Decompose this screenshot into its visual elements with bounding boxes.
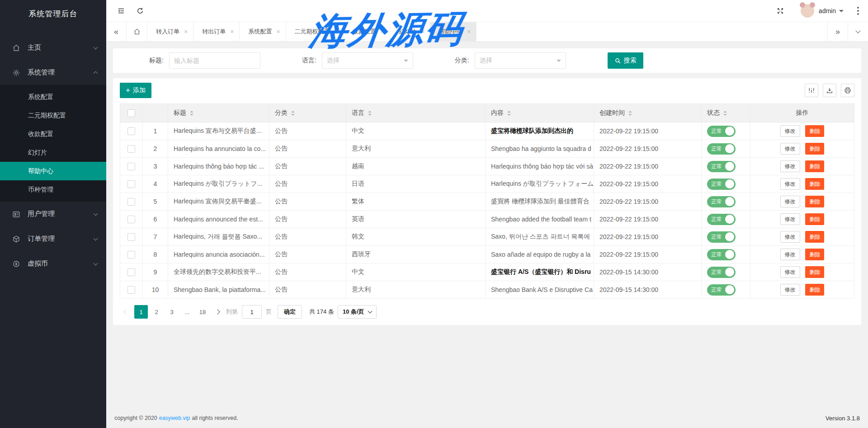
category-select[interactable]: 选择	[475, 52, 566, 69]
row-checkbox[interactable]	[127, 127, 135, 135]
row-checkbox[interactable]	[127, 198, 135, 206]
easyweb-link[interactable]: easyweb.vip	[159, 415, 190, 421]
export-icon[interactable]	[823, 84, 836, 97]
edit-button[interactable]: 修改	[780, 143, 800, 155]
delete-button[interactable]: 删除	[805, 284, 824, 296]
close-icon[interactable]: ×	[230, 28, 234, 35]
delete-button[interactable]: 删除	[805, 231, 824, 243]
delete-button[interactable]: 删除	[805, 266, 824, 278]
close-icon[interactable]: ×	[184, 28, 188, 35]
sort-icon[interactable]	[507, 109, 511, 118]
add-button[interactable]: + 添加	[120, 83, 151, 98]
page-number[interactable]: ...	[180, 305, 194, 319]
row-checkbox[interactable]	[127, 180, 135, 188]
sidebar-subitem[interactable]: 幻灯片	[0, 143, 106, 162]
per-page-select[interactable]: 10 条/页	[338, 305, 377, 319]
sort-icon[interactable]	[190, 109, 193, 118]
page-number[interactable]: 1	[134, 305, 148, 319]
row-checkbox[interactable]	[127, 163, 135, 170]
row-checkbox[interactable]	[127, 216, 135, 223]
sidebar-item-orders[interactable]: 订单管理	[0, 226, 106, 251]
tab[interactable]: 帮助中心 ×	[430, 22, 476, 41]
tab-home[interactable]	[127, 22, 147, 41]
close-icon[interactable]: ×	[276, 28, 280, 35]
delete-button[interactable]: 删除	[805, 196, 824, 207]
delete-button[interactable]: 删除	[805, 160, 824, 172]
confirm-button[interactable]: 确定	[278, 305, 302, 319]
username[interactable]: admin	[819, 7, 836, 14]
status-toggle[interactable]: 正常	[707, 249, 736, 260]
status-toggle[interactable]: 正常	[707, 231, 736, 243]
tab[interactable]: 幻灯片 ×	[390, 22, 430, 41]
next-page-icon[interactable]	[211, 305, 224, 319]
edit-button[interactable]: 修改	[780, 266, 800, 278]
sidebar-subitem[interactable]: 帮助中心	[0, 162, 106, 180]
sidebar-subitem[interactable]: 系统配置	[0, 88, 106, 106]
edit-button[interactable]: 修改	[780, 178, 800, 190]
sidebar-subitem[interactable]: 收款配置	[0, 125, 106, 143]
sidebar-subitem[interactable]: 二元期权配置	[0, 106, 106, 125]
edit-button[interactable]: 修改	[780, 284, 800, 296]
tab[interactable]: 转入订单 ×	[147, 22, 193, 41]
status-toggle[interactable]: 正常	[707, 284, 736, 296]
row-checkbox[interactable]	[127, 251, 135, 259]
row-checkbox[interactable]	[127, 268, 135, 276]
tabs-scroll-right-icon[interactable]: »	[827, 22, 848, 41]
sort-icon[interactable]	[723, 109, 727, 118]
delete-button[interactable]: 删除	[805, 213, 824, 225]
sidebar-item-system[interactable]: 系统管理	[0, 60, 106, 85]
edit-button[interactable]: 修改	[780, 125, 800, 137]
sort-icon[interactable]	[291, 109, 295, 118]
tab[interactable]: 系统配置 ×	[240, 22, 286, 41]
tabs-scroll-left-icon[interactable]: «	[106, 22, 127, 41]
sort-icon[interactable]	[368, 109, 372, 118]
tab[interactable]: 收款配置 ×	[344, 22, 390, 41]
status-toggle[interactable]: 正常	[707, 126, 736, 137]
delete-button[interactable]: 删除	[805, 125, 824, 137]
close-icon[interactable]: ×	[467, 28, 471, 35]
edit-button[interactable]: 修改	[780, 231, 800, 243]
sidebar-item-crypto[interactable]: 虚拟币	[0, 251, 106, 276]
title-filter-input[interactable]	[169, 52, 260, 69]
fullscreen-icon[interactable]	[771, 7, 790, 15]
status-toggle[interactable]: 正常	[707, 179, 736, 190]
page-number[interactable]: 2	[150, 305, 163, 319]
edit-button[interactable]: 修改	[780, 160, 800, 172]
columns-icon[interactable]	[805, 84, 818, 97]
print-icon[interactable]	[841, 84, 854, 97]
language-select[interactable]: 选择	[322, 52, 413, 69]
search-button[interactable]: 搜索	[608, 52, 643, 69]
sidebar-subitem[interactable]: 币种管理	[0, 180, 106, 199]
tab[interactable]: 二元期权配置 ×	[286, 22, 344, 41]
select-all-checkbox[interactable]	[127, 109, 135, 117]
refresh-icon[interactable]	[131, 0, 150, 22]
status-toggle[interactable]: 正常	[707, 267, 736, 278]
avatar[interactable]	[801, 4, 814, 18]
tab[interactable]: 转出订单 ×	[193, 22, 240, 41]
status-toggle[interactable]: 正常	[707, 161, 736, 172]
page-number[interactable]: 18	[196, 305, 209, 319]
close-icon[interactable]: ×	[421, 28, 425, 35]
page-number[interactable]: 3	[165, 305, 179, 319]
menu-fold-icon[interactable]	[112, 0, 131, 22]
status-toggle[interactable]: 正常	[707, 143, 736, 155]
close-icon[interactable]: ×	[381, 28, 384, 35]
tabs-menu-icon[interactable]	[848, 22, 868, 41]
row-checkbox[interactable]	[127, 286, 135, 294]
edit-button[interactable]: 修改	[780, 196, 800, 207]
row-checkbox[interactable]	[127, 233, 135, 241]
sidebar-item-users[interactable]: 用户管理	[0, 202, 106, 226]
delete-button[interactable]: 删除	[805, 143, 824, 155]
edit-button[interactable]: 修改	[780, 213, 800, 225]
status-toggle[interactable]: 正常	[707, 196, 736, 207]
close-icon[interactable]: ×	[335, 28, 338, 35]
page-jump-input[interactable]	[242, 305, 262, 319]
sidebar-item-home[interactable]: 主页	[0, 35, 106, 60]
delete-button[interactable]: 删除	[805, 178, 824, 190]
delete-button[interactable]: 删除	[805, 249, 824, 260]
status-toggle[interactable]: 正常	[707, 214, 736, 225]
sort-icon[interactable]	[628, 109, 632, 118]
more-vertical-icon[interactable]	[854, 7, 863, 15]
edit-button[interactable]: 修改	[780, 249, 800, 260]
prev-page-icon[interactable]	[120, 305, 132, 319]
